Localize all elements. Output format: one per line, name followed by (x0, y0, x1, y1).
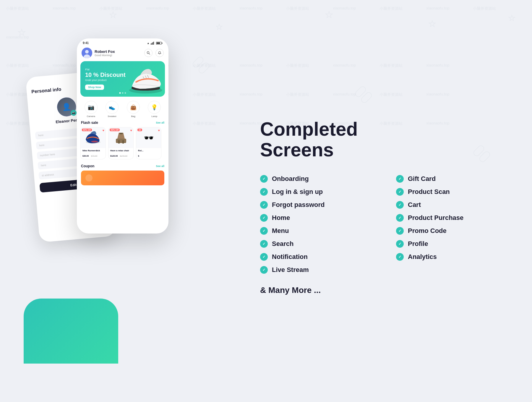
category-lamp[interactable]: 💡 Lamp (148, 101, 161, 118)
product-card-3[interactable]: 30 ♥ 🕶️ Rol... $ (136, 127, 161, 159)
dot-1 (119, 92, 121, 94)
svg-rect-20 (162, 43, 163, 44)
promo-banner: Flat 10 % Discount Grab your product Sho… (80, 61, 165, 97)
camera-icon: 📷 (85, 101, 98, 114)
sneaker-label: Sneaker (108, 115, 116, 118)
bag-icon: 👜 (127, 101, 140, 114)
heart-icon-1[interactable]: ♥ (102, 129, 104, 132)
feature-label-login: Log in & sign up (272, 188, 323, 196)
product-name-1: Nike Runnerdick (82, 149, 104, 152)
feature-label-forgot: Forgot password (272, 201, 325, 209)
feature-livestream: ✓ Live Stream (260, 266, 372, 274)
dot-3 (125, 92, 126, 94)
flash-sale-title: Flash sale (81, 121, 98, 125)
feature-promocode: ✓ Promo Code (396, 227, 508, 235)
product-image-3: 30 ♥ 🕶️ (136, 127, 161, 148)
feature-label-productpurchase: Product Purchase (408, 214, 463, 222)
bag-label: Bag (131, 115, 135, 118)
category-camera[interactable]: 📷 Camera (85, 101, 98, 118)
feature-label-search: Search (272, 240, 293, 248)
coupon-title: Coupon (81, 164, 94, 168)
check-icon-menu: ✓ (260, 227, 268, 235)
feature-profile: ✓ Profile (396, 240, 508, 248)
banner-text: Flat 10 % Discount Grab your product Sho… (85, 68, 160, 90)
svg-rect-15 (152, 43, 152, 45)
feature-label-promocode: Promo Code (408, 227, 447, 235)
svg-rect-19 (157, 42, 160, 44)
feature-label-home: Home (272, 214, 290, 222)
product-name-3: Rol... (138, 149, 159, 152)
categories-row: 📷 Camera 👟 Sneaker 👜 Bag 💡 Lamp (77, 100, 168, 121)
phone-front: 9:41 ▲ (77, 38, 168, 234)
svg-rect-17 (153, 42, 154, 45)
feature-label-giftcard: Gift Card (408, 175, 436, 183)
feature-menu: ✓ Menu (260, 227, 372, 235)
notification-icon-btn[interactable] (155, 49, 164, 57)
product-info-3: Rol... $ (136, 148, 161, 159)
svg-rect-32 (116, 139, 126, 143)
check-icon-cart: ✓ (396, 201, 404, 209)
svg-rect-16 (153, 42, 153, 45)
feature-productpurchase: ✓ Product Purchase (396, 214, 508, 222)
category-bag[interactable]: 👜 Bag (127, 101, 140, 118)
right-content: Completed Screens ✓ Onboarding ✓ Log in … (225, 107, 508, 295)
shop-now-button[interactable]: Shop Now (85, 85, 104, 90)
check-icon-productscan: ✓ (396, 188, 404, 196)
feature-label-cart: Cart (408, 201, 421, 209)
feature-label-analytics: Analytics (408, 253, 437, 261)
product-price-1: $30.00 (82, 155, 89, 157)
check-icon-search: ✓ (260, 240, 268, 248)
feature-label-notification: Notification (272, 253, 308, 261)
check-icon-analytics: ✓ (396, 253, 404, 261)
lamp-label: Lamp (151, 115, 157, 118)
svg-line-25 (149, 54, 150, 54)
features-col2: ✓ Gift Card ✓ Product Scan ✓ Cart ✓ Prod… (396, 175, 508, 274)
product-orig-price-2: $240.00 (120, 155, 127, 157)
product-image-1: 60% Off ♥ (81, 127, 106, 148)
feature-label-livestream: Live Stream (272, 266, 309, 274)
flash-sale-header: Flash sale See all (77, 121, 168, 127)
product-image-2: 50% Off ♥ (108, 127, 133, 148)
check-icon-home: ✓ (260, 214, 268, 222)
status-bar: 9:41 ▲ (77, 38, 168, 46)
status-time: 9:41 (83, 41, 89, 45)
feature-label-productscan: Product Scan (408, 188, 450, 196)
coupon-header: Coupon See all (81, 162, 164, 171)
banner-grab-text: Grab your product (85, 79, 160, 82)
feature-onboarding: ✓ Onboarding (260, 175, 372, 183)
search-icon-btn[interactable] (144, 49, 153, 57)
flash-sale-see-all[interactable]: See all (156, 121, 164, 124)
svg-rect-35 (122, 140, 124, 144)
product-info-1: Nike Runnerdick $30.00 $70.00 (81, 148, 106, 159)
coupon-section: Coupon See all (77, 159, 168, 185)
product-card-2[interactable]: 50% Off ♥ Have a relax chair (108, 127, 134, 159)
check-icon-profile: ✓ (396, 240, 404, 248)
product-price-3: $ (138, 155, 139, 157)
title-line2: Screens (260, 139, 334, 161)
coupon-banner[interactable] (81, 171, 164, 185)
feature-cart: ✓ Cart (396, 201, 508, 209)
user-avatar (82, 48, 92, 58)
product-info-2: Have a relax chair $120.00 $240.00 (108, 148, 133, 159)
feature-login: ✓ Log in & sign up (260, 188, 372, 196)
banner-dots (119, 92, 126, 94)
feature-label-profile: Profile (408, 240, 428, 248)
check-icon-login: ✓ (260, 188, 268, 196)
feature-label-onboarding: Onboarding (272, 175, 309, 183)
user-info: Robert Fox Good Morning! (82, 48, 115, 58)
check-icon-promocode: ✓ (396, 227, 404, 235)
heart-icon-3[interactable]: ♥ (158, 129, 160, 132)
back-phone-username: Eleanor Pena (56, 118, 80, 124)
product-price-2: $120.00 (110, 155, 118, 157)
feature-giftcard: ✓ Gift Card (396, 175, 508, 183)
product-card-1[interactable]: 60% Off ♥ Nike Runnerdick (80, 127, 106, 159)
check-icon-forgot: ✓ (260, 201, 268, 209)
category-sneaker[interactable]: 👟 Sneaker (106, 101, 119, 118)
svg-rect-14 (151, 43, 151, 45)
heart-icon-2[interactable]: ♥ (130, 129, 132, 132)
products-row: 60% Off ♥ Nike Runnerdick (77, 127, 168, 159)
many-more-text: & Many More ... (260, 286, 508, 295)
coupon-see-all[interactable]: See all (156, 165, 164, 168)
features-grid: ✓ Onboarding ✓ Log in & sign up ✓ Forgot… (260, 175, 508, 274)
check-icon-productpurchase: ✓ (396, 214, 404, 222)
